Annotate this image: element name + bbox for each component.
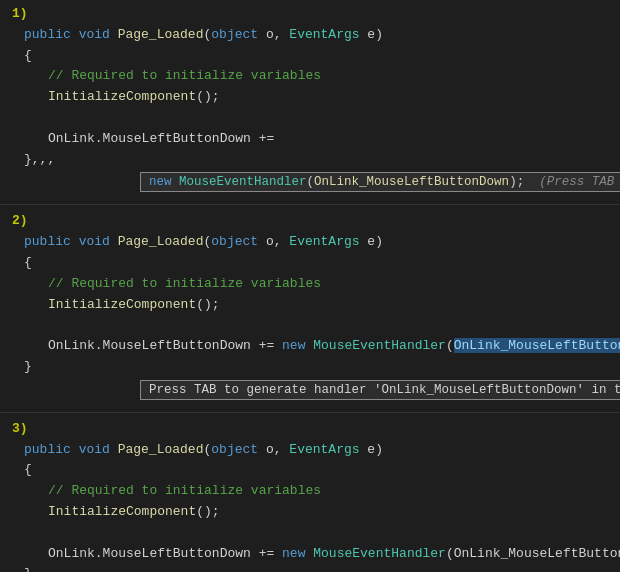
code-line: OnLink.MouseLeftButtonDown += xyxy=(0,129,620,150)
divider-2 xyxy=(0,412,620,413)
code-line: OnLink.MouseLeftButtonDown += new MouseE… xyxy=(0,544,620,565)
divider-1 xyxy=(0,204,620,205)
code-editor: 1) public void Page_Loaded(object o, Eve… xyxy=(0,0,620,572)
code-line xyxy=(0,315,620,336)
section-2: 2) public void Page_Loaded(object o, Eve… xyxy=(0,207,620,409)
code-line: } xyxy=(0,564,620,572)
code-line: InitializeComponent(); xyxy=(0,502,620,523)
code-line: { xyxy=(0,253,620,274)
section-label-2: 2) xyxy=(0,211,620,232)
code-line xyxy=(0,523,620,544)
section-label-3: 3) xyxy=(0,419,620,440)
code-line: // Required to initialize variables xyxy=(0,481,620,502)
tooltip-box[interactable]: Press TAB to generate handler 'OnLink_Mo… xyxy=(0,378,620,404)
code-line: InitializeComponent(); xyxy=(0,87,620,108)
code-line: // Required to initialize variables xyxy=(0,274,620,295)
code-line xyxy=(0,108,620,129)
code-line: } xyxy=(0,357,620,378)
code-line: OnLink.MouseLeftButtonDown += new MouseE… xyxy=(0,336,620,357)
section-label-1: 1) xyxy=(0,4,620,25)
section-1: 1) public void Page_Loaded(object o, Eve… xyxy=(0,0,620,202)
code-line: { xyxy=(0,46,620,67)
section-3: 3) public void Page_Loaded(object o, Eve… xyxy=(0,415,620,572)
code-line: InitializeComponent(); xyxy=(0,295,620,316)
code-line: public void Page_Loaded(object o, EventA… xyxy=(0,232,620,253)
code-line: public void Page_Loaded(object o, EventA… xyxy=(0,25,620,46)
code-line: { xyxy=(0,460,620,481)
code-line: },,, xyxy=(0,150,620,171)
code-line: // Required to initialize variables xyxy=(0,66,620,87)
autocomplete-box[interactable]: new MouseEventHandler(OnLink_MouseLeftBu… xyxy=(0,170,620,196)
code-line: public void Page_Loaded(object o, EventA… xyxy=(0,440,620,461)
